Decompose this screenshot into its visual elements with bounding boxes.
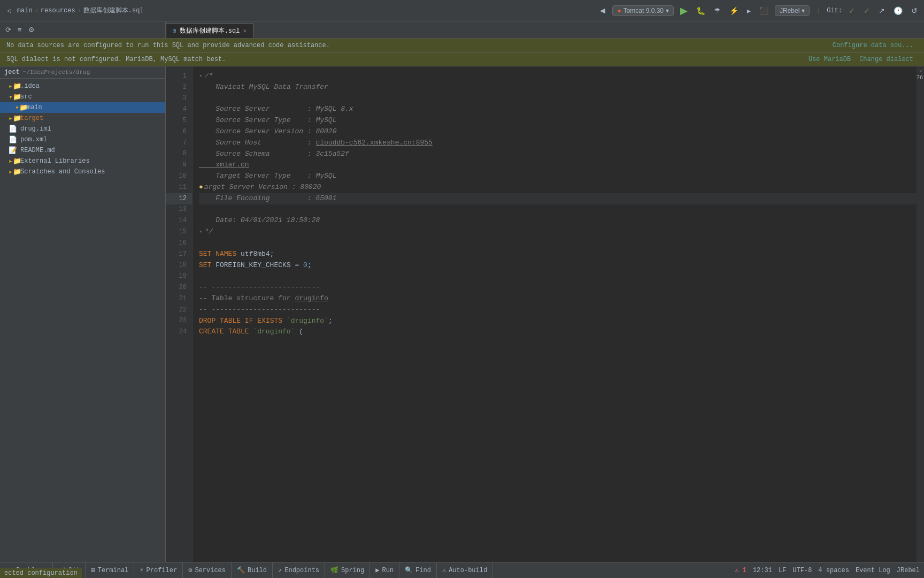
spring-tab[interactable]: 🌿 Spring <box>325 562 370 579</box>
breadcrumb-resources[interactable]: resources <box>41 7 75 14</box>
url-text-9: xmiar.cn <box>199 159 249 171</box>
breadcrumb-main[interactable]: main <box>17 7 33 14</box>
tomcat-selector[interactable]: ● Tomcat 9.0.30 ▾ <box>612 5 674 16</box>
git-push-btn[interactable]: ↗ <box>876 5 887 16</box>
folder-icon-libs: ▸📁 <box>9 157 17 165</box>
nav-left-btn[interactable]: ◀ <box>597 5 608 16</box>
ln-13: 13 <box>166 204 192 216</box>
spring-icon: 🌿 <box>330 566 338 574</box>
run-btn[interactable]: ▶ <box>678 4 690 18</box>
active-tab[interactable]: ⊞ 数据库创建脚本.sql ✕ <box>166 23 253 38</box>
fold-marker-1[interactable]: ▾ <box>199 71 203 82</box>
git-history-btn[interactable]: 🕐 <box>891 5 905 16</box>
editor-area[interactable]: 1 2 3 4 5 6 7 8 9 10 11 12 13 14 15 16 1… <box>166 66 924 562</box>
code-line-6: Source Server Version : 80020 <box>199 126 917 138</box>
endpoints-tab[interactable]: ↗ Endpoints <box>273 562 325 579</box>
url-druginfo: druginfo <box>295 293 328 305</box>
status-lf[interactable]: LF <box>779 567 786 574</box>
ln-16: 16 <box>166 238 192 249</box>
code-line-19 <box>199 271 917 282</box>
ln-18: 18 <box>166 260 192 271</box>
sidebar-item-scratches[interactable]: ▸📁 Scratches and Consoles <box>0 166 165 177</box>
sidebar-item-readme[interactable]: 📝 README.md <box>0 145 165 156</box>
sidebar-item-idea[interactable]: ▸📁 .idea <box>0 81 165 92</box>
services-icon: ⚙ <box>188 566 192 574</box>
sidebar-item-pomxml[interactable]: 📄 pom.xml <box>0 134 165 145</box>
jrebel-selector[interactable]: JRebel ▾ <box>775 5 810 16</box>
code-line-20: -- -------------------------- <box>199 282 917 293</box>
run-config-btn[interactable]: ▸ <box>745 5 753 16</box>
find-tab[interactable]: 🔍 Find <box>399 562 437 579</box>
code-editor[interactable]: 1 2 3 4 5 6 7 8 9 10 11 12 13 14 15 16 1… <box>166 66 924 562</box>
sidebar-toolbar: ⟳ ≡ ⚙ <box>0 21 166 39</box>
ln-8: 8 <box>166 149 192 160</box>
sidebar-item-main[interactable]: ▾📁 main <box>0 102 165 113</box>
ln-9: 9 <box>166 159 192 171</box>
ln-17: 17 <box>166 249 192 260</box>
run-tab[interactable]: ▶ Run <box>370 562 399 579</box>
sidebar-tree: ▸📁 .idea ▾📁 src ▾📁 main ▸📁 target 📄 drug… <box>0 79 165 562</box>
gutter-indicator: ✓ <box>919 67 923 74</box>
notification-bar-2: SQL dialect is not configured. MariaDB, … <box>0 52 924 66</box>
git-label: Git: <box>827 7 842 14</box>
code-line-3 <box>199 93 917 104</box>
services-tab[interactable]: ⚙ Services <box>183 562 232 579</box>
configure-datasource-link[interactable]: Configure data sou... <box>828 42 918 49</box>
debug-btn[interactable]: 🐛 <box>694 5 707 16</box>
sidebar-collapse-btn[interactable]: ≡ <box>16 25 24 35</box>
status-encoding[interactable]: UTF-8 <box>792 567 812 574</box>
use-mariadb-link[interactable]: Use MariaDB <box>804 56 855 63</box>
stop-btn[interactable]: ⬛ <box>757 5 771 16</box>
code-line-23: DROP TABLE IF EXISTS `druginfo`; <box>199 316 917 327</box>
md-icon: 📝 <box>9 146 17 155</box>
ln-14: 14 <box>166 215 192 226</box>
iml-icon: 📄 <box>9 125 17 133</box>
ln-10: 10 <box>166 171 192 182</box>
top-toolbar: ◁ main › resources › 数据库创建脚本.sql ◀ ● Tom… <box>0 0 924 21</box>
status-indent[interactable]: 4 spaces <box>818 567 849 574</box>
coverage-btn[interactable]: ☂ <box>712 5 723 16</box>
jrebel-dropdown-icon: ▾ <box>802 7 805 14</box>
git-revert-btn[interactable]: ↺ <box>909 5 920 16</box>
bottom-status-text: ected configuration <box>0 568 82 578</box>
breakpoint-11[interactable]: ● <box>199 182 203 193</box>
sidebar-refresh-btn[interactable]: ⟳ <box>3 25 13 35</box>
ln-1: 1 <box>166 71 192 82</box>
code-line-11: ●arget Server Version : 80020 <box>199 182 917 193</box>
ln-23: 23 <box>166 316 192 327</box>
ln-21: 21 <box>166 293 192 305</box>
folder-icon-main: ▾📁 <box>15 103 24 112</box>
git-check2-btn[interactable]: ✓ <box>861 5 872 16</box>
sidebar-item-ext-libs[interactable]: ▸📁 External Libraries <box>0 156 165 166</box>
folder-icon: ▸📁 <box>9 82 17 90</box>
auto-build-tab[interactable]: ⚠ Auto-build <box>437 562 493 579</box>
sidebar-item-drugiml[interactable]: 📄 drug.iml <box>0 124 165 134</box>
breadcrumb-area: ◁ main › resources › 数据库创建脚本.sql <box>4 5 144 16</box>
endpoints-icon: ↗ <box>278 566 282 574</box>
tomcat-icon: ● <box>617 7 621 14</box>
project-label: ject <box>4 69 20 76</box>
tab-bar: ⟳ ≡ ⚙ ⊞ 数据库创建脚本.sql ✕ <box>0 21 924 39</box>
nav-back-btn[interactable]: ◁ <box>4 5 14 16</box>
tab-close-btn[interactable]: ✕ <box>243 27 247 34</box>
ln-19: 19 <box>166 271 192 282</box>
build-tab[interactable]: 🔨 Build <box>232 562 273 579</box>
ln-11: 11 <box>166 182 192 193</box>
code-line-2: Navicat MySQL Data Transfer <box>199 82 917 93</box>
notification-bar-1: No data sources are configured to run th… <box>0 39 924 52</box>
sidebar-item-target[interactable]: ▸📁 target <box>0 113 165 124</box>
sidebar-item-src[interactable]: ▾📁 src <box>0 92 165 102</box>
profile-btn[interactable]: ⚡ <box>727 5 741 16</box>
event-log-btn[interactable]: Event Log <box>856 567 890 574</box>
sidebar: ject ~/IdeaProjects/drug ▸📁 .idea ▾📁 src… <box>0 66 166 562</box>
profiler-tab[interactable]: ⚡ Profiler <box>134 562 183 579</box>
git-checkmark-btn[interactable]: ✓ <box>846 5 857 16</box>
tab-label: 数据库创建脚本.sql <box>180 26 240 35</box>
code-line-7: Source Host : clouddb-c562.xmkeshe.cn:89… <box>199 138 917 149</box>
breadcrumb-file[interactable]: 数据库创建脚本.sql <box>83 6 144 15</box>
ln-5: 5 <box>166 115 192 126</box>
terminal-tab[interactable]: ⊞ Terminal <box>86 562 134 579</box>
change-dialect-link[interactable]: Change dialect <box>855 56 918 63</box>
sidebar-settings-btn[interactable]: ⚙ <box>26 25 37 35</box>
fold-marker-15[interactable]: ▾ <box>199 226 203 238</box>
